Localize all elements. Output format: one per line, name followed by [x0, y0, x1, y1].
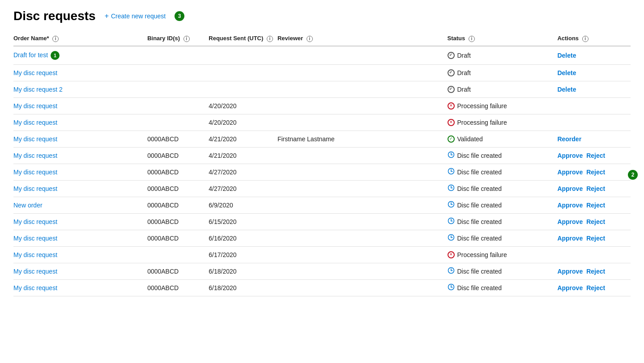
actions-cell: ApproveReject — [557, 164, 631, 180]
page-header: Disc requests + Create new request 3 — [13, 9, 631, 23]
status-label: Disc file created — [457, 268, 502, 275]
actions-cell: Delete — [557, 46, 631, 65]
disc-file-created-icon — [448, 267, 455, 275]
status-label: Disc file created — [457, 152, 502, 159]
request-sent-cell: 4/21/2020 — [209, 147, 277, 164]
table-header: Order Name* i Binary ID(s) i Request Sen… — [13, 31, 631, 46]
approve-button[interactable]: Approve — [557, 185, 583, 192]
actions-cell: Delete — [557, 81, 631, 97]
order-name-link[interactable]: My disc request — [13, 251, 57, 258]
reviewer-info-icon[interactable]: i — [307, 36, 313, 42]
reviewer-cell — [277, 46, 448, 65]
disc-file-created-icon — [448, 201, 455, 209]
create-new-request-button[interactable]: + Create new request — [105, 12, 166, 20]
binary-ids-cell: 0000ABCD — [147, 213, 209, 230]
request-sent-cell: 6/17/2020 — [209, 246, 277, 263]
reject-button[interactable]: Reject — [586, 218, 605, 225]
status-label: Disc file created — [457, 235, 502, 242]
reject-button[interactable]: Reject — [586, 268, 605, 275]
request-sent-cell: 6/18/2020 — [209, 263, 277, 279]
request-sent-info-icon[interactable]: i — [267, 36, 273, 42]
binary-ids-cell: 0000ABCD — [147, 164, 209, 180]
reject-button[interactable]: Reject — [586, 235, 605, 242]
status-cell: Disc file created — [448, 279, 558, 296]
approve-button[interactable]: Approve — [557, 169, 583, 176]
disc-file-created-icon — [448, 217, 455, 226]
reviewer-cell — [277, 230, 448, 246]
request-sent-cell: 4/20/2020 — [209, 114, 277, 131]
disc-file-created-icon — [448, 234, 455, 242]
order-name-link[interactable]: New order — [13, 202, 43, 209]
status-label: Disc file created — [457, 202, 502, 209]
order-name-link[interactable]: My disc request — [13, 119, 57, 126]
order-name-link[interactable]: My disc request — [13, 152, 57, 159]
right-side-badge: 2 — [628, 170, 638, 180]
status-cell: Disc file created — [448, 164, 558, 180]
approve-button[interactable]: Approve — [557, 218, 583, 225]
actions-cell: ApproveReject — [557, 197, 631, 213]
approve-button[interactable]: Approve — [557, 202, 583, 209]
reject-button[interactable]: Reject — [586, 152, 605, 159]
order-name-link[interactable]: My disc request — [13, 185, 57, 192]
binary-ids-cell: 0000ABCD — [147, 197, 209, 213]
delete-button[interactable]: Delete — [557, 69, 576, 76]
binary-ids-info-icon[interactable]: i — [183, 36, 190, 42]
approve-button[interactable]: Approve — [557, 235, 583, 242]
binary-ids-cell — [147, 46, 209, 65]
status-cell: Disc file created — [448, 180, 558, 197]
status-cell: ✕Processing failure — [448, 114, 558, 131]
binary-ids-cell: 0000ABCD — [147, 180, 209, 197]
order-name-link[interactable]: My disc request — [13, 268, 57, 275]
binary-ids-cell: 0000ABCD — [147, 131, 209, 147]
reviewer-cell — [277, 64, 448, 81]
status-label: Disc file created — [457, 185, 502, 192]
order-name-link[interactable]: My disc request 2 — [13, 86, 63, 93]
reviewer-cell — [277, 164, 448, 180]
reviewer-cell — [277, 180, 448, 197]
actions-cell: Reorder — [557, 131, 631, 147]
disc-file-created-icon — [448, 283, 455, 292]
delete-button[interactable]: Delete — [557, 86, 576, 93]
actions-cell: ApproveReject — [557, 213, 631, 230]
order-name-link[interactable]: My disc request — [13, 102, 57, 110]
reviewer-cell — [277, 263, 448, 279]
table-row: My disc request 2✓DraftDelete — [13, 81, 631, 97]
table-row: My disc request0000ABCD6/16/2020 Disc fi… — [13, 230, 631, 246]
binary-ids-cell — [147, 246, 209, 263]
table-row: My disc request✓DraftDelete — [13, 64, 631, 81]
reject-button[interactable]: Reject — [586, 169, 605, 176]
order-name-link[interactable]: My disc request — [13, 284, 57, 291]
status-cell: ✓Draft — [448, 46, 558, 65]
approve-button[interactable]: Approve — [557, 268, 583, 275]
status-label: Processing failure — [457, 119, 507, 126]
approve-button[interactable]: Approve — [557, 284, 583, 291]
reorder-button[interactable]: Reorder — [557, 135, 581, 143]
order-name-link[interactable]: My disc request — [13, 69, 57, 76]
order-name-link[interactable]: My disc request — [13, 235, 57, 242]
order-name-info-icon[interactable]: i — [52, 36, 59, 42]
actions-cell — [557, 246, 631, 263]
status-cell: Disc file created — [448, 197, 558, 213]
reviewer-cell — [277, 114, 448, 131]
delete-button[interactable]: Delete — [557, 52, 576, 59]
order-name-link[interactable]: My disc request — [13, 135, 57, 143]
status-label: Draft — [457, 52, 471, 59]
status-cell: ✓Draft — [448, 81, 558, 97]
actions-cell — [557, 114, 631, 131]
disc-file-created-icon — [448, 151, 455, 160]
reject-button[interactable]: Reject — [586, 284, 605, 291]
order-name-link[interactable]: My disc request — [13, 218, 57, 225]
actions-cell: ApproveReject — [557, 230, 631, 246]
reviewer-cell — [277, 213, 448, 230]
status-info-icon[interactable]: i — [469, 36, 475, 42]
status-label: Disc file created — [457, 218, 502, 225]
reject-button[interactable]: Reject — [586, 185, 605, 192]
approve-button[interactable]: Approve — [557, 152, 583, 159]
request-sent-cell: 6/15/2020 — [209, 213, 277, 230]
order-name-link[interactable]: Draft for test — [13, 51, 48, 58]
actions-cell: ApproveReject — [557, 147, 631, 164]
actions-info-icon[interactable]: i — [582, 36, 589, 42]
actions-cell: ApproveReject — [557, 263, 631, 279]
order-name-link[interactable]: My disc request — [13, 169, 57, 176]
reject-button[interactable]: Reject — [586, 202, 605, 209]
